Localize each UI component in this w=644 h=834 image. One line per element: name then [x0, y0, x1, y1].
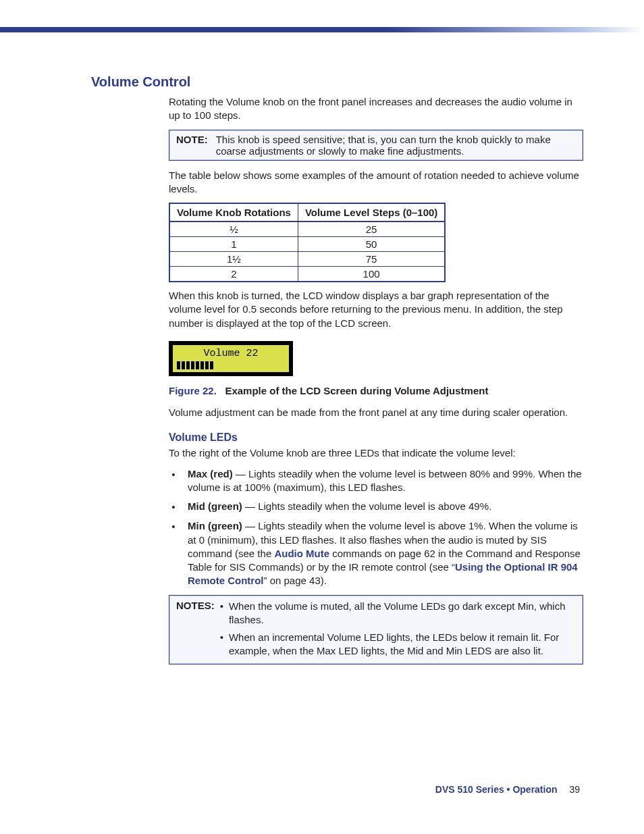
notes-prefix: NOTES:	[176, 600, 215, 658]
bullet-icon: •	[220, 600, 223, 627]
list-item: • Mid (green) — Lights steadily when the…	[169, 500, 583, 514]
note-prefix: NOTE:	[176, 134, 208, 157]
table-row: 2 100	[169, 267, 445, 282]
notes-box: NOTES: • When the volume is muted, all t…	[169, 595, 583, 664]
volume-table: Volume Knob Rotations Volume Level Steps…	[169, 203, 446, 282]
table-cell: 1½	[169, 252, 298, 267]
intro-paragraph: Rotating the Volume knob on the front pa…	[169, 95, 583, 123]
notes-item: • When the volume is muted, all the Volu…	[220, 600, 576, 627]
bullet-icon: •	[169, 500, 178, 514]
after-figure-paragraph: Volume adjustment can be made from the f…	[169, 406, 583, 419]
led-text: — Lights steadily when the volume level …	[188, 468, 582, 493]
table-cell: 25	[298, 221, 445, 237]
table-row: 1 50	[169, 237, 445, 252]
footer-doc-title: DVS 510 Series • Operation	[435, 784, 558, 795]
lcd-bar-graph	[177, 361, 285, 369]
table-cell: 50	[298, 237, 445, 252]
led-label: Min (green)	[188, 520, 242, 531]
notes-item-text: When the volume is muted, all the Volume…	[229, 600, 576, 627]
note-box: NOTE: This knob is speed sensitive; that…	[169, 130, 583, 161]
bullet-icon: •	[169, 519, 178, 588]
table-cell: 2	[169, 267, 298, 282]
content-area: Volume Control Rotating the Volume knob …	[91, 74, 584, 673]
table-row: 1½ 75	[169, 252, 445, 267]
bullet-icon: •	[169, 467, 178, 495]
list-item: • Min (green) — Lights steadily when the…	[169, 519, 583, 588]
table-cell: ½	[169, 221, 298, 237]
table-cell: 100	[298, 267, 445, 282]
lcd-inner: Volume 22	[173, 345, 289, 372]
led-text-post: ” on page 43).	[264, 575, 327, 586]
page-footer: DVS 510 Series • Operation 39	[0, 784, 644, 795]
text-column: Rotating the Volume knob on the front pa…	[169, 95, 583, 664]
led-label: Mid (green)	[188, 500, 242, 512]
table-row: ½ 25	[169, 221, 445, 237]
led-text: — Lights steadily when the volume level …	[242, 500, 491, 512]
section-heading: Volume Control	[91, 74, 584, 90]
page: Volume Control Rotating the Volume knob …	[0, 0, 644, 834]
top-accent-bar	[0, 27, 644, 32]
after-table-paragraph: When this knob is turned, the LCD window…	[169, 289, 583, 330]
bullet-icon: •	[220, 631, 223, 658]
subheading-volume-leds: Volume LEDs	[169, 432, 583, 444]
notes-items: • When the volume is muted, all the Volu…	[220, 600, 576, 658]
table-intro: The table below shows some examples of t…	[169, 169, 583, 197]
led-label: Max (red)	[188, 468, 233, 479]
table-cell: 75	[298, 252, 445, 267]
leds-list: • Max (red) — Lights steadily when the v…	[169, 467, 583, 588]
list-item: • Max (red) — Lights steadily when the v…	[169, 467, 583, 495]
table-header: Volume Level Steps (0–100)	[298, 203, 445, 221]
leds-intro: To the right of the Volume knob are thre…	[169, 446, 583, 460]
link-audio-mute[interactable]: Audio Mute	[274, 548, 329, 559]
figure-caption: Figure 22. Example of the LCD Screen dur…	[169, 384, 583, 398]
notes-item: • When an incremental Volume LED lights,…	[220, 631, 576, 658]
footer-page-number: 39	[569, 784, 580, 795]
lcd-text: Volume 22	[177, 348, 285, 360]
notes-item-text: When an incremental Volume LED lights, t…	[229, 631, 576, 658]
lcd-screen: Volume 22	[169, 341, 293, 376]
table-header: Volume Knob Rotations	[169, 203, 298, 221]
note-text: This knob is speed sensitive; that is, y…	[216, 134, 576, 157]
table-cell: 1	[169, 237, 298, 252]
figure-number: Figure 22.	[169, 385, 217, 396]
figure-title: Example of the LCD Screen during Volume …	[225, 385, 488, 396]
